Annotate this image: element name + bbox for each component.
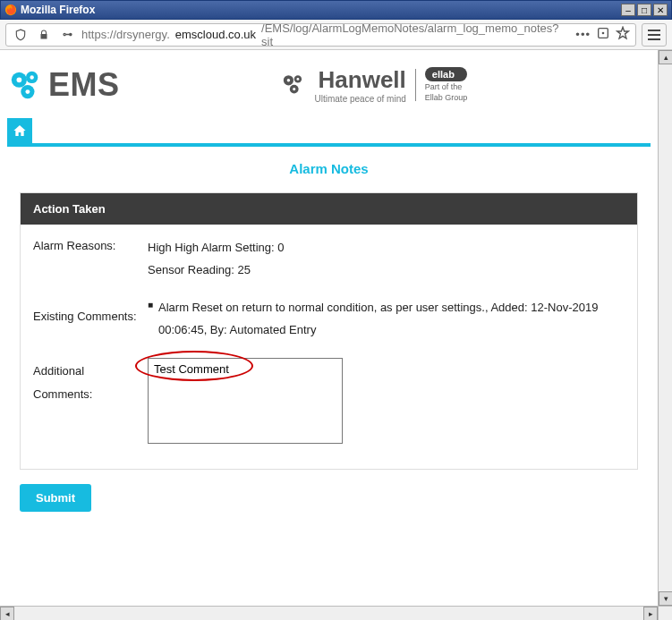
ems-logo-text: EMS [48, 66, 120, 104]
existing-comments-label: Existing Comments: [33, 297, 148, 323]
url-prefix: https://drsynergy. [81, 28, 170, 41]
scroll-right-button[interactable]: ▸ [643, 607, 658, 620]
hanwell-icon [281, 72, 306, 99]
ems-logo: EMS [9, 66, 120, 104]
additional-comments-input[interactable] [148, 358, 343, 444]
window-title: Mozilla Firefox [21, 4, 621, 16]
additional-label-2: Comments: [33, 383, 148, 406]
browser-toolbar: ⊶ https://drsynergy.emscloud.co.uk/EMS/l… [0, 20, 672, 50]
ellab-badge: ellab [425, 67, 468, 81]
ellab-sub2: Ellab Group [425, 94, 468, 103]
window-titlebar: Mozilla Firefox – □ ✕ [0, 0, 672, 20]
additional-label-1: Additional [33, 360, 148, 383]
scroll-down-button[interactable]: ▾ [659, 591, 672, 606]
svg-point-7 [30, 75, 33, 79]
menu-button[interactable] [642, 23, 667, 47]
svg-point-14 [293, 88, 295, 90]
alarm-reasons-row: Alarm Reasons: High High Alarm Setting: … [33, 237, 625, 281]
more-icon[interactable]: ••• [575, 28, 591, 41]
url-path: /EMS/log/AlarmLogMemoNotes/alarm_log_mem… [261, 23, 570, 47]
reader-icon[interactable] [596, 26, 610, 43]
submit-button[interactable]: Submit [20, 484, 91, 512]
panel-heading: Action Taken [21, 193, 637, 225]
shield-icon [12, 26, 30, 44]
window-minimize-button[interactable]: – [621, 4, 635, 16]
svg-point-13 [296, 78, 299, 81]
hanwell-logo: Hanwell Ultimate peace of mind ellab Par… [281, 66, 468, 104]
vertical-scrollbar[interactable]: ▴ ▾ [658, 50, 672, 606]
window-maximize-button[interactable]: □ [637, 4, 651, 16]
permissions-icon: ⊶ [58, 26, 76, 44]
bullet-icon: ■ [148, 297, 153, 312]
svg-point-8 [25, 89, 30, 94]
action-taken-panel: Action Taken Alarm Reasons: High High Al… [20, 192, 638, 470]
scroll-left-button[interactable]: ◂ [0, 607, 14, 620]
horizontal-scrollbar[interactable]: ◂ ▸ [0, 606, 658, 620]
alarm-reason-line1: High High Alarm Setting: 0 [148, 237, 625, 259]
home-button[interactable] [7, 118, 32, 143]
page-viewport: EMS Hanwell Ultimate peace of mind ellab… [0, 50, 658, 606]
ems-logo-icon [9, 68, 43, 102]
bookmark-star-icon[interactable] [616, 26, 630, 43]
scrollbar-corner [658, 606, 672, 620]
url-bar[interactable]: ⊶ https://drsynergy.emscloud.co.uk/EMS/l… [5, 23, 636, 47]
firefox-icon [4, 4, 17, 16]
lock-icon [35, 26, 53, 44]
scroll-up-button[interactable]: ▴ [659, 50, 672, 64]
existing-comment-text: Alarm Reset on return to normal conditio… [158, 297, 625, 341]
page-title: Alarm Notes [7, 147, 651, 192]
svg-point-6 [17, 77, 22, 82]
additional-comments-row: Additional Comments: [33, 358, 625, 452]
svg-point-2 [602, 32, 603, 33]
ellab-sub1: Part of the [425, 83, 468, 92]
window-close-button[interactable]: ✕ [653, 4, 668, 16]
brand-header: EMS Hanwell Ultimate peace of mind ellab… [7, 59, 651, 118]
url-host: emscloud.co.uk [175, 28, 256, 41]
alarm-reason-line2: Sensor Reading: 25 [148, 259, 625, 282]
hanwell-name: Hanwell [319, 66, 406, 94]
svg-point-12 [286, 79, 290, 82]
alarm-reasons-label: Alarm Reasons: [33, 237, 148, 252]
brand-divider [415, 69, 416, 101]
existing-comments-row: Existing Comments: ■ Alarm Reset on retu… [33, 297, 625, 341]
hanwell-tagline: Ultimate peace of mind [315, 94, 406, 104]
